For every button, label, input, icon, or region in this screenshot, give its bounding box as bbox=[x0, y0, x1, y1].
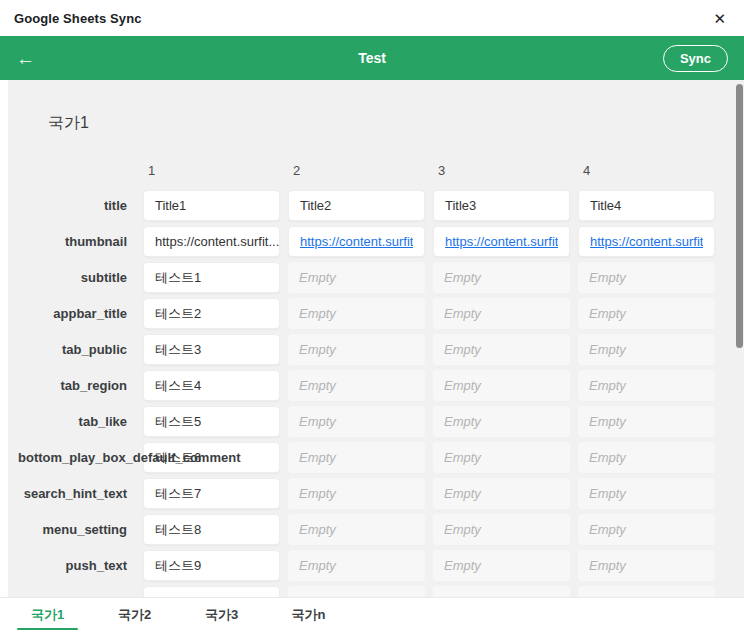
table-row: tab_public테스트3EmptyEmptyEmpty bbox=[8, 334, 744, 365]
row-label: push_text bbox=[8, 558, 135, 573]
empty-cell[interactable]: Empty bbox=[433, 442, 570, 473]
empty-cell[interactable]: Empty bbox=[288, 370, 425, 401]
empty-cell[interactable]: Empty bbox=[433, 298, 570, 329]
row-label: search_hint_text bbox=[8, 486, 135, 501]
tab-country-3[interactable]: 국가3 bbox=[178, 598, 265, 633]
value-cell[interactable]: 테스트1 bbox=[143, 262, 280, 293]
empty-cell[interactable]: Empty bbox=[578, 406, 715, 437]
empty-cell[interactable]: Empty bbox=[578, 334, 715, 365]
app-bar: ← Test Sync bbox=[0, 36, 744, 80]
thumbnail-link[interactable]: https://content.surfit... bbox=[445, 234, 558, 249]
empty-cell[interactable]: Empty bbox=[578, 514, 715, 545]
empty-cell[interactable] bbox=[288, 586, 425, 597]
table-row: menu_setting테스트8EmptyEmptyEmpty bbox=[8, 514, 744, 545]
empty-cell[interactable]: Empty bbox=[288, 478, 425, 509]
value-cell[interactable] bbox=[143, 586, 280, 597]
value-cell[interactable]: https://content.surfit... bbox=[433, 226, 570, 257]
tab-country-1[interactable]: 국가1 bbox=[4, 598, 91, 633]
table-row: tab_like테스트5EmptyEmptyEmpty bbox=[8, 406, 744, 437]
table-row: thumbnailhttps://content.surfit....https… bbox=[8, 226, 744, 257]
empty-cell[interactable]: Empty bbox=[433, 262, 570, 293]
google-sheets-sync-dialog: Google Sheets Sync ✕ ← Test Sync 국가1 1 2… bbox=[0, 0, 744, 633]
value-cell[interactable]: 테스트8 bbox=[143, 514, 280, 545]
empty-cell[interactable]: Empty bbox=[288, 550, 425, 581]
value-cell[interactable]: Title1 bbox=[143, 190, 280, 221]
sheet-content: 국가1 1 2 3 4 titleTitle1Title2Title3Title… bbox=[8, 80, 744, 597]
empty-cell[interactable]: Empty bbox=[433, 514, 570, 545]
table-row: push_text테스트9EmptyEmptyEmpty bbox=[8, 550, 744, 581]
thumbnail-link[interactable]: https://content.surfit... bbox=[300, 234, 413, 249]
column-header-3: 3 bbox=[433, 163, 570, 178]
row-label: appbar_title bbox=[8, 306, 135, 321]
empty-cell[interactable]: Empty bbox=[433, 478, 570, 509]
close-icon[interactable]: ✕ bbox=[709, 9, 730, 28]
value-cell[interactable]: Title2 bbox=[288, 190, 425, 221]
tab-country-n[interactable]: 국가n bbox=[265, 598, 352, 633]
empty-cell[interactable]: Empty bbox=[433, 334, 570, 365]
empty-cell[interactable]: Empty bbox=[578, 298, 715, 329]
empty-cell[interactable]: Empty bbox=[578, 478, 715, 509]
row-label: tab_region bbox=[8, 378, 135, 393]
empty-cell[interactable]: Empty bbox=[578, 442, 715, 473]
row-label: title bbox=[8, 198, 135, 213]
column-header-4: 4 bbox=[578, 163, 715, 178]
table-row: titleTitle1Title2Title3Title4 bbox=[8, 190, 744, 221]
back-arrow-icon[interactable]: ← bbox=[16, 49, 35, 68]
table-row: subtitle테스트1EmptyEmptyEmpty bbox=[8, 262, 744, 293]
empty-cell[interactable]: Empty bbox=[288, 298, 425, 329]
empty-cell[interactable]: Empty bbox=[433, 550, 570, 581]
tab-country-2[interactable]: 국가2 bbox=[91, 598, 178, 633]
table-row: search_hint_text테스트7EmptyEmptyEmpty bbox=[8, 478, 744, 509]
window-title: Google Sheets Sync bbox=[14, 11, 142, 26]
country-tab-bar: 국가1 국가2 국가3 국가n bbox=[0, 597, 744, 633]
value-cell[interactable]: 테스트3 bbox=[143, 334, 280, 365]
table-row: bottom_play_box_default_comment테스트6Empty… bbox=[8, 442, 744, 473]
column-header-2: 2 bbox=[288, 163, 425, 178]
sync-button[interactable]: Sync bbox=[663, 45, 728, 72]
empty-cell[interactable]: Empty bbox=[288, 442, 425, 473]
empty-cell[interactable]: Empty bbox=[288, 406, 425, 437]
row-label: tab_like bbox=[8, 414, 135, 429]
vertical-scrollbar-thumb[interactable] bbox=[736, 84, 743, 348]
thumbnail-link[interactable]: https://content.surfit... bbox=[590, 234, 703, 249]
table-row: tab_region테스트4EmptyEmptyEmpty bbox=[8, 370, 744, 401]
table-body: titleTitle1Title2Title3Title4thumbnailht… bbox=[8, 190, 744, 597]
value-cell[interactable]: 테스트5 bbox=[143, 406, 280, 437]
value-cell[interactable]: https://content.surfit.... bbox=[143, 226, 280, 257]
table-row: appbar_title테스트2EmptyEmptyEmpty bbox=[8, 298, 744, 329]
empty-cell[interactable]: Empty bbox=[578, 262, 715, 293]
value-cell[interactable]: https://content.surfit... bbox=[288, 226, 425, 257]
empty-cell[interactable]: Empty bbox=[433, 406, 570, 437]
value-cell[interactable]: https://content.surfit... bbox=[578, 226, 715, 257]
row-label: tab_public bbox=[8, 342, 135, 357]
empty-cell[interactable] bbox=[578, 586, 715, 597]
empty-cell[interactable]: Empty bbox=[288, 514, 425, 545]
row-label: menu_setting bbox=[8, 522, 135, 537]
empty-cell[interactable]: Empty bbox=[578, 370, 715, 401]
appbar-title: Test bbox=[0, 50, 744, 66]
value-cell[interactable]: Title4 bbox=[578, 190, 715, 221]
row-label: bottom_play_box_default_comment bbox=[8, 450, 135, 465]
table-row bbox=[8, 586, 744, 597]
value-cell[interactable]: 테스트2 bbox=[143, 298, 280, 329]
column-header-1: 1 bbox=[143, 163, 280, 178]
empty-cell[interactable]: Empty bbox=[288, 334, 425, 365]
window-title-bar: Google Sheets Sync ✕ bbox=[0, 0, 744, 36]
row-label: thumbnail bbox=[8, 234, 135, 249]
empty-cell[interactable]: Empty bbox=[288, 262, 425, 293]
column-header-row: 1 2 3 4 bbox=[8, 162, 744, 178]
value-cell[interactable]: Title3 bbox=[433, 190, 570, 221]
empty-cell[interactable]: Empty bbox=[578, 550, 715, 581]
empty-cell[interactable] bbox=[433, 586, 570, 597]
value-cell[interactable]: 테스트9 bbox=[143, 550, 280, 581]
empty-cell[interactable]: Empty bbox=[433, 370, 570, 401]
value-cell[interactable]: 테스트4 bbox=[143, 370, 280, 401]
row-label: subtitle bbox=[8, 270, 135, 285]
value-cell[interactable]: 테스트7 bbox=[143, 478, 280, 509]
section-heading: 국가1 bbox=[48, 114, 744, 132]
